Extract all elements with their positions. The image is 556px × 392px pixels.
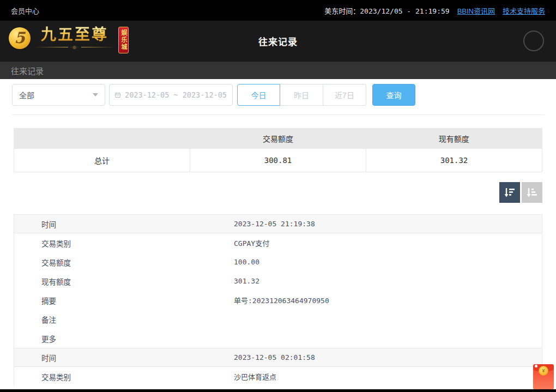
sort-bar: [14, 182, 542, 203]
record-label: 交易类别: [41, 238, 234, 249]
record-row: 交易类别CGPAY支付: [14, 233, 542, 252]
record-label: 摘要: [41, 295, 234, 306]
record-row: 摘要单号:202312063464970950: [14, 291, 542, 310]
summary-table: 交易额度 现有额度 总计 300.81 301.32: [14, 128, 542, 172]
summary-col-balance: 现有额度: [366, 128, 542, 149]
record-label: 时间: [41, 219, 234, 230]
summary-total-row: 总计 300.81 301.32: [14, 149, 542, 172]
page-title: 往来记录: [0, 21, 556, 62]
notification-dot: [535, 365, 537, 367]
calendar-icon: [115, 91, 120, 99]
summary-trade-amount: 300.81: [190, 149, 366, 172]
date-range-input[interactable]: 2023-12-05 ~ 2023-12-05: [109, 84, 233, 106]
sort-desc-icon: [504, 186, 516, 198]
tech-support-link[interactable]: 技术支持服务: [503, 5, 545, 16]
summary-balance: 301.32: [366, 149, 542, 172]
record-label: 更多: [41, 333, 234, 344]
summary-header-row: 交易额度 现有额度: [14, 128, 542, 149]
record-row: 时间2023-12-05 21:19:38: [14, 214, 542, 233]
record-row: 更多: [14, 329, 542, 348]
record-row: 现有额度301.32: [14, 272, 542, 291]
record-row: 备注: [14, 310, 542, 329]
type-select-value: 全部: [19, 89, 34, 100]
record-row: 时间2023-12-05 02:01:58: [14, 348, 542, 367]
avatar-circle[interactable]: [523, 31, 544, 51]
date-range-value: 2023-12-05 ~ 2023-12-05: [125, 91, 227, 99]
bottom-bar: [0, 389, 556, 392]
records-table: 时间2023-12-05 21:19:38交易类别CGPAY支付交易额度100.…: [14, 214, 542, 386]
yesterday-button[interactable]: 昨日: [280, 84, 323, 106]
sort-asc-icon: [526, 186, 538, 198]
last7days-button[interactable]: 近7日: [323, 84, 366, 106]
bbin-news-link[interactable]: BBIN资讯网: [457, 5, 495, 16]
filter-bar: 全部 2023-12-05 ~ 2023-12-05 今日 昨日 近7日 查询: [12, 84, 544, 106]
summary-col-trade: 交易额度: [190, 128, 366, 149]
red-envelope-icon[interactable]: ¥: [533, 364, 554, 390]
record-value: 100.00: [234, 258, 542, 266]
record-value: 301.32: [234, 277, 542, 285]
summary-col-empty: [14, 128, 190, 149]
summary-total-label: 总计: [14, 149, 190, 172]
main-header: 5 九五至尊 ·◎· 娱乐城 往来记录: [0, 21, 556, 62]
eastern-time: 美东时间：2023/12/05 - 21:19:59: [324, 5, 449, 16]
breadcrumb-title: 往来记录: [11, 65, 44, 76]
sort-desc-button[interactable]: [499, 182, 520, 203]
record-row: 交易类别沙巴体育返点: [14, 367, 542, 386]
record-label: 时间: [41, 352, 234, 363]
chevron-down-icon: [93, 93, 98, 97]
filter-divider: [12, 114, 544, 115]
record-label: 备注: [41, 314, 234, 325]
record-value: CGPAY支付: [234, 238, 542, 248]
today-button[interactable]: 今日: [237, 84, 280, 106]
quick-range-group: 今日 昨日 近7日: [237, 84, 366, 106]
member-center-link[interactable]: 会员中心: [11, 5, 39, 16]
type-select[interactable]: 全部: [12, 84, 105, 106]
page: 会员中心 美东时间：2023/12/05 - 21:19:59 BBIN资讯网 …: [0, 0, 556, 392]
record-value: 沙巴体育返点: [234, 371, 542, 382]
query-button[interactable]: 查询: [372, 84, 415, 106]
coin-icon: ¥: [539, 366, 548, 376]
record-label: 交易额度: [41, 257, 234, 268]
record-label: 交易类别: [41, 371, 234, 382]
record-value: 2023-12-05 02:01:58: [234, 353, 542, 361]
record-value: 单号:202312063464970950: [234, 295, 542, 305]
sort-asc-button[interactable]: [522, 182, 542, 203]
record-value: 2023-12-05 21:19:38: [234, 220, 542, 228]
record-label: 现有额度: [41, 276, 234, 287]
record-row: 交易额度100.00: [14, 252, 542, 272]
breadcrumb-bar: 往来记录: [0, 62, 556, 79]
top-bar: 会员中心 美东时间：2023/12/05 - 21:19:59 BBIN资讯网 …: [0, 0, 556, 21]
